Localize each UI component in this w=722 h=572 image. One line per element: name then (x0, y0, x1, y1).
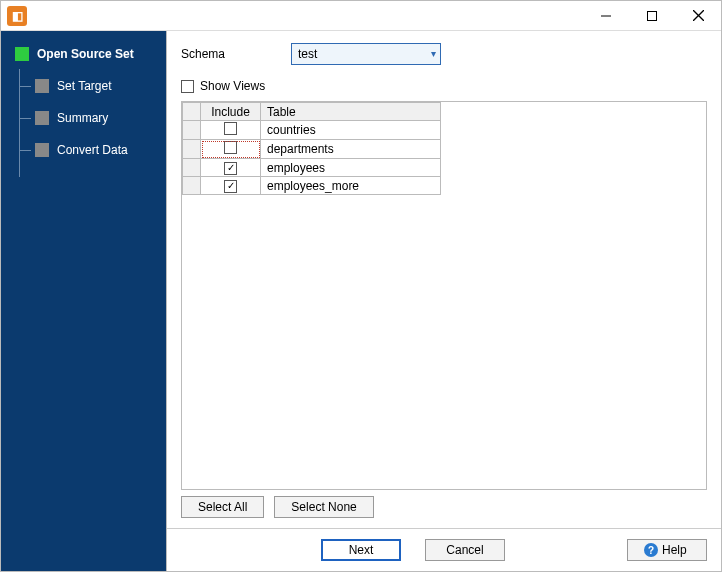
next-button[interactable]: Next (321, 539, 401, 561)
include-cell[interactable]: ✓ (201, 159, 261, 177)
step-indicator-icon (35, 111, 49, 125)
show-views-label: Show Views (200, 79, 265, 93)
table-row[interactable]: departments (183, 140, 441, 159)
help-icon: ? (644, 543, 658, 557)
checkbox-unchecked-icon (224, 122, 237, 135)
schema-select-value: test (298, 47, 317, 61)
close-button[interactable] (675, 1, 721, 31)
row-header (183, 177, 201, 195)
cancel-button[interactable]: Cancel (425, 539, 505, 561)
window-controls (583, 1, 721, 31)
tables-grid[interactable]: Include Table countries (181, 101, 707, 490)
checkbox-icon (181, 80, 194, 93)
step-indicator-active-icon (15, 47, 29, 61)
help-button[interactable]: ? Help (627, 539, 707, 561)
row-header (183, 121, 201, 140)
column-header-include[interactable]: Include (201, 103, 261, 121)
show-views-checkbox[interactable]: Show Views (181, 79, 707, 93)
sidebar-item-label: Convert Data (57, 143, 128, 157)
row-header (183, 140, 201, 159)
include-cell[interactable] (201, 140, 261, 159)
chevron-down-icon: ▾ (431, 48, 436, 59)
include-cell[interactable]: ✓ (201, 177, 261, 195)
select-none-button[interactable]: Select None (274, 496, 373, 518)
sidebar-item-label: Summary (57, 111, 108, 125)
checkbox-checked-icon: ✓ (224, 180, 237, 193)
table-row[interactable]: ✓ employees (183, 159, 441, 177)
schema-label: Schema (181, 47, 291, 61)
schema-select[interactable]: test ▾ (291, 43, 441, 65)
wizard-footer: Next Cancel ? Help (167, 528, 721, 571)
step-indicator-icon (35, 143, 49, 157)
row-header (183, 159, 201, 177)
minimize-button[interactable] (583, 1, 629, 31)
sidebar-item-set-target[interactable]: Set Target (11, 75, 166, 97)
titlebar: ◧ (1, 1, 721, 31)
sidebar-item-summary[interactable]: Summary (11, 107, 166, 129)
checkbox-checked-icon: ✓ (224, 162, 237, 175)
step-indicator-icon (35, 79, 49, 93)
table-name-cell[interactable]: departments (261, 140, 441, 159)
checkbox-unchecked-icon (224, 141, 237, 154)
table-row[interactable]: ✓ employees_more (183, 177, 441, 195)
table-row[interactable]: countries (183, 121, 441, 140)
select-all-button[interactable]: Select All (181, 496, 264, 518)
grid-corner (183, 103, 201, 121)
table-name-cell[interactable]: countries (261, 121, 441, 140)
table-name-cell[interactable]: employees_more (261, 177, 441, 195)
include-cell[interactable] (201, 121, 261, 140)
sidebar-item-open-source-set[interactable]: Open Source Set (11, 43, 166, 65)
main-panel: Schema test ▾ Show Views Include Table (166, 31, 721, 571)
maximize-button[interactable] (629, 1, 675, 31)
sidebar-item-label: Open Source Set (37, 47, 134, 61)
app-icon: ◧ (7, 6, 27, 26)
table-name-cell[interactable]: employees (261, 159, 441, 177)
sidebar-item-convert-data[interactable]: Convert Data (11, 139, 166, 161)
svg-rect-1 (648, 11, 657, 20)
wizard-sidebar: Open Source Set Set Target Summary Conve… (1, 31, 166, 571)
column-header-table[interactable]: Table (261, 103, 441, 121)
help-button-label: Help (662, 543, 687, 557)
sidebar-item-label: Set Target (57, 79, 111, 93)
